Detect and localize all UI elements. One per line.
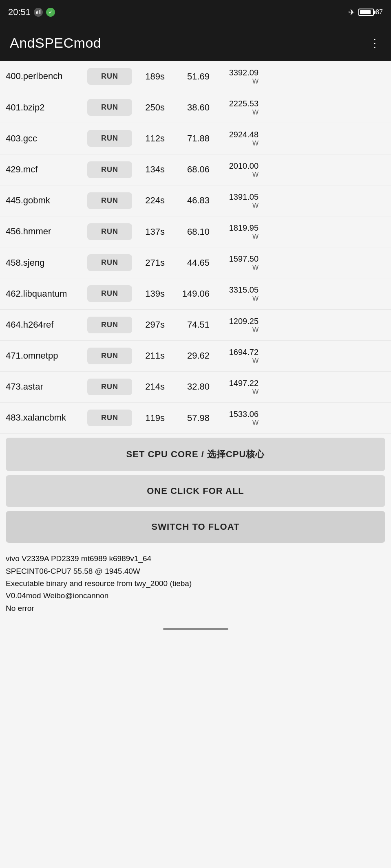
bench-power-bm-458: 1597.50W — [210, 254, 258, 271]
bench-time-bm-400: 189s — [132, 71, 169, 82]
bench-time-bm-462: 139s — [132, 289, 169, 299]
nav-indicator — [0, 623, 391, 635]
run-button-bm-464[interactable]: RUN — [87, 317, 132, 333]
bench-power-bm-462: 3315.05W — [210, 285, 258, 302]
benchmark-row: 462.libquantumRUN139s149.063315.05W — [0, 278, 391, 309]
switch-to-float-button[interactable]: SWITCH TO FLOAT — [6, 511, 385, 543]
bottom-buttons: SET CPU CORE / 选择CPU核心 ONE CLICK FOR ALL… — [0, 434, 391, 547]
bench-name-bm-458: 458.sjeng — [6, 258, 87, 268]
bench-power-bm-401: 2225.53W — [210, 99, 258, 116]
svg-rect-1 — [38, 11, 38, 14]
battery-indicator: 87 — [358, 9, 383, 16]
app-title: AndSPECmod — [10, 35, 101, 51]
bench-name-bm-456: 456.hmmer — [6, 226, 87, 237]
bench-name-bm-471: 471.omnetpp — [6, 350, 87, 361]
benchmark-row: 483.xalancbmkRUN119s57.981533.06W — [0, 403, 391, 434]
footer-line-1: vivo V2339A PD2339 mt6989 k6989v1_64 — [6, 553, 385, 565]
bench-name-bm-400: 400.perlbench — [6, 71, 87, 82]
bench-score-bm-403: 71.88 — [169, 133, 210, 144]
benchmark-row: 400.perlbenchRUN189s51.693392.09W — [0, 61, 391, 92]
benchmark-row: 464.h264refRUN297s74.511209.25W — [0, 310, 391, 341]
bench-power-bm-400: 3392.09W — [210, 68, 258, 85]
bench-score-bm-456: 68.10 — [169, 227, 210, 237]
nav-bar — [163, 628, 228, 630]
svg-rect-3 — [40, 9, 41, 14]
bench-power-bm-445: 1391.05W — [210, 192, 258, 209]
svg-rect-0 — [36, 11, 37, 14]
bench-time-bm-429: 134s — [132, 164, 169, 175]
bench-power-bm-471: 1694.72W — [210, 347, 258, 365]
battery-level: 87 — [376, 9, 383, 16]
set-cpu-core-button[interactable]: SET CPU CORE / 选择CPU核心 — [6, 438, 385, 471]
run-button-bm-403[interactable]: RUN — [87, 130, 132, 147]
bench-time-bm-473: 214s — [132, 381, 169, 392]
benchmark-row: 473.astarRUN214s32.801497.22W — [0, 372, 391, 403]
footer-line-5: No error — [6, 602, 385, 615]
bench-score-bm-429: 68.06 — [169, 164, 210, 175]
bench-score-bm-400: 51.69 — [169, 71, 210, 82]
benchmark-row: 429.mcfRUN134s68.062010.00W — [0, 154, 391, 185]
status-icon-1 — [34, 8, 43, 17]
bench-score-bm-464: 74.51 — [169, 319, 210, 330]
bench-name-bm-429: 429.mcf — [6, 164, 87, 175]
bench-time-bm-445: 224s — [132, 195, 169, 206]
bench-name-bm-401: 401.bzip2 — [6, 102, 87, 113]
run-button-bm-429[interactable]: RUN — [87, 161, 132, 178]
benchmark-row: 471.omnetppRUN211s29.621694.72W — [0, 341, 391, 372]
airplane-icon: ✈ — [348, 7, 355, 17]
benchmark-row: 401.bzip2RUN250s38.602225.53W — [0, 92, 391, 123]
bench-score-bm-445: 46.83 — [169, 195, 210, 206]
benchmark-row: 456.hmmerRUN137s68.101819.95W — [0, 216, 391, 247]
run-button-bm-456[interactable]: RUN — [87, 223, 132, 240]
footer-line-2: SPECINT06-CPU7 55.58 @ 1945.40W — [6, 565, 385, 577]
bench-time-bm-464: 297s — [132, 319, 169, 330]
run-button-bm-401[interactable]: RUN — [87, 99, 132, 116]
status-right-icons: ✈ 87 — [348, 7, 383, 17]
status-bar: 20:51 ✓ ✈ 87 — [0, 0, 391, 24]
bench-time-bm-458: 271s — [132, 258, 169, 268]
bench-name-bm-462: 462.libquantum — [6, 289, 87, 299]
bench-power-bm-473: 1497.22W — [210, 378, 258, 396]
bench-time-bm-471: 211s — [132, 350, 169, 361]
status-time: 20:51 — [8, 7, 31, 18]
bench-name-bm-464: 464.h264ref — [6, 319, 87, 330]
bench-name-bm-473: 473.astar — [6, 381, 87, 392]
footer-info: vivo V2339A PD2339 mt6989 k6989v1_64 SPE… — [0, 547, 391, 623]
bench-power-bm-464: 1209.25W — [210, 316, 258, 334]
svg-rect-2 — [39, 10, 40, 14]
benchmark-list: 400.perlbenchRUN189s51.693392.09W401.bzi… — [0, 61, 391, 434]
run-button-bm-445[interactable]: RUN — [87, 192, 132, 209]
bench-time-bm-483: 119s — [132, 413, 169, 423]
bench-score-bm-483: 57.98 — [169, 413, 210, 423]
bench-power-bm-483: 1533.06W — [210, 409, 258, 427]
run-button-bm-462[interactable]: RUN — [87, 285, 132, 302]
app-header: AndSPECmod ⋮ — [0, 24, 391, 61]
run-button-bm-473[interactable]: RUN — [87, 379, 132, 395]
bench-power-bm-429: 2010.00W — [210, 161, 258, 178]
bench-score-bm-473: 32.80 — [169, 381, 210, 392]
benchmark-row: 403.gccRUN112s71.882924.48W — [0, 123, 391, 154]
bench-score-bm-401: 38.60 — [169, 102, 210, 113]
more-menu-icon[interactable]: ⋮ — [369, 36, 381, 50]
run-button-bm-400[interactable]: RUN — [87, 68, 132, 85]
run-button-bm-458[interactable]: RUN — [87, 254, 132, 271]
bench-power-bm-456: 1819.95W — [210, 223, 258, 240]
footer-line-4: V0.04mod Weibo@ioncannon — [6, 590, 385, 602]
one-click-for-all-button[interactable]: ONE CLICK FOR ALL — [6, 475, 385, 507]
benchmark-row: 458.sjengRUN271s44.651597.50W — [0, 247, 391, 278]
bench-time-bm-456: 137s — [132, 227, 169, 237]
bench-score-bm-458: 44.65 — [169, 258, 210, 268]
run-button-bm-471[interactable]: RUN — [87, 348, 132, 364]
run-button-bm-483[interactable]: RUN — [87, 410, 132, 426]
bench-power-bm-403: 2924.48W — [210, 130, 258, 147]
bench-time-bm-403: 112s — [132, 133, 169, 144]
bench-name-bm-403: 403.gcc — [6, 133, 87, 144]
bench-name-bm-445: 445.gobmk — [6, 195, 87, 206]
bench-score-bm-471: 29.62 — [169, 350, 210, 361]
status-icon-check: ✓ — [46, 8, 55, 17]
bench-score-bm-462: 149.06 — [169, 289, 210, 299]
benchmark-row: 445.gobmkRUN224s46.831391.05W — [0, 185, 391, 216]
bench-time-bm-401: 250s — [132, 102, 169, 113]
footer-line-3: Executable binary and resource from twy_… — [6, 577, 385, 590]
bench-name-bm-483: 483.xalancbmk — [6, 412, 87, 423]
